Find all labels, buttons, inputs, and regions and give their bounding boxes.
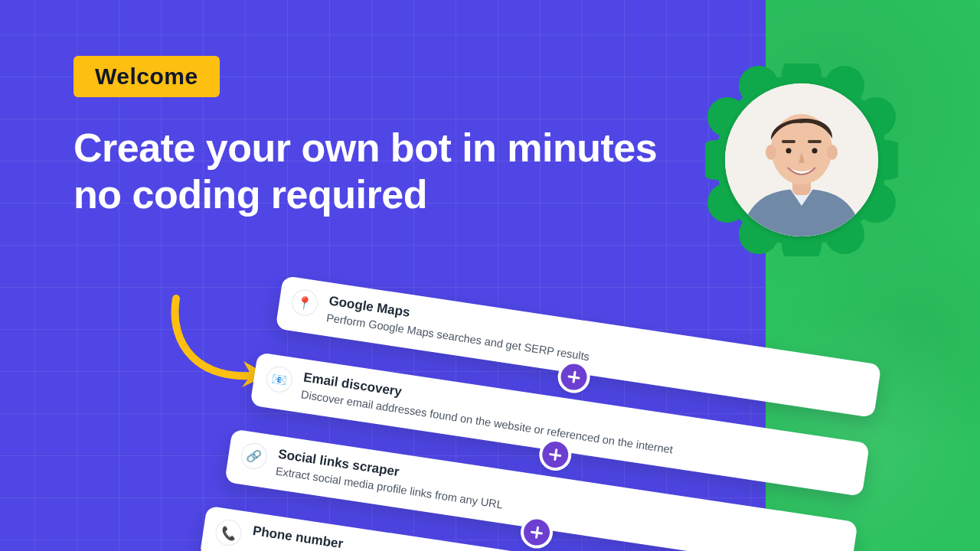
email-search-icon: 📧 xyxy=(265,364,295,394)
avatar-placeholder-icon xyxy=(725,83,878,236)
svg-rect-18 xyxy=(782,140,795,143)
headline: Create your own bot in minutes no coding… xyxy=(74,125,671,219)
promo-slide: Welcome Create your own bot in minutes n… xyxy=(0,0,980,551)
presenter-avatar xyxy=(725,83,878,236)
plus-icon xyxy=(541,440,570,470)
welcome-badge-label: Welcome xyxy=(95,64,198,89)
svg-point-20 xyxy=(786,148,792,154)
social-links-icon: 🔗 xyxy=(239,442,269,471)
svg-rect-19 xyxy=(808,140,822,143)
plus-icon xyxy=(559,362,589,392)
avatar-badge xyxy=(705,64,898,256)
map-pin-icon: 📍 xyxy=(290,288,320,318)
svg-point-17 xyxy=(827,145,838,160)
svg-point-16 xyxy=(766,145,776,160)
phone-icon: 📞 xyxy=(214,518,243,548)
plus-icon xyxy=(522,517,552,547)
welcome-badge: Welcome xyxy=(74,56,220,97)
svg-point-21 xyxy=(812,148,818,154)
